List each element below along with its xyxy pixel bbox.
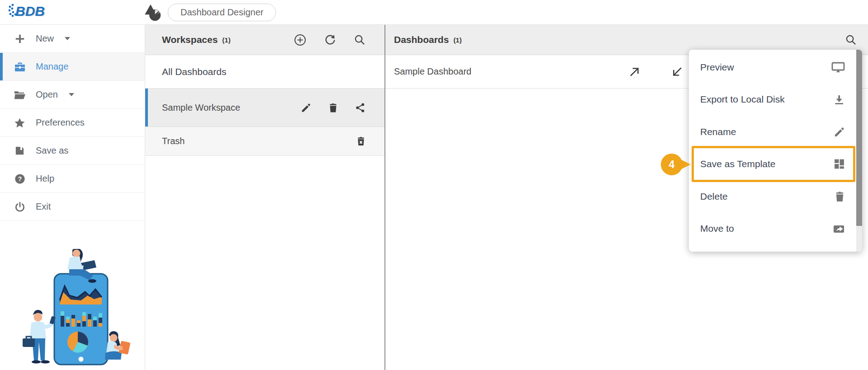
menu-item-export-to-local-disk[interactable]: Export to Local Disk xyxy=(689,84,862,116)
plus-icon xyxy=(14,33,26,45)
menu-item-preview[interactable]: Preview xyxy=(689,51,862,84)
briefcase-icon xyxy=(14,61,26,73)
sidebar-item-label: Save as xyxy=(36,145,68,156)
sidebar-item-exit[interactable]: Exit xyxy=(0,193,145,221)
pencil-icon xyxy=(834,126,845,137)
search-icon[interactable] xyxy=(354,34,365,46)
workspace-row-label: Trash xyxy=(162,136,185,146)
sidebar-item-label: Exit xyxy=(36,201,51,212)
sidebar-item-help[interactable]: ? Help xyxy=(0,165,145,193)
empty-trash-icon[interactable] xyxy=(356,136,365,146)
bdb-logo-icon: BDB BDB xyxy=(7,2,58,20)
add-workspace-button[interactable] xyxy=(294,34,306,46)
sidebar-item-preferences[interactable]: Preferences xyxy=(0,109,145,137)
menu-item-label: Save as Template xyxy=(700,159,776,169)
refresh-button[interactable] xyxy=(324,34,336,46)
monitor-icon xyxy=(831,61,845,73)
chevron-down-icon xyxy=(69,93,74,96)
menu-item-delete[interactable]: Delete xyxy=(689,180,862,213)
template-grid-icon xyxy=(834,159,845,170)
analytics-illustration xyxy=(10,249,131,369)
sidebar-item-new[interactable]: New xyxy=(0,25,145,53)
svg-text:BDB: BDB xyxy=(15,4,45,19)
menu-item-label: Move to xyxy=(700,223,734,234)
workspace-row-all-dashboards[interactable]: All Dashboards xyxy=(145,55,384,89)
workspace-row-sample-workspace[interactable]: Sample Workspace xyxy=(145,89,384,127)
edit-icon[interactable] xyxy=(301,103,311,113)
folder-open-icon xyxy=(14,89,26,101)
svg-text:?: ? xyxy=(18,175,21,183)
workspace-row-label: Sample Workspace xyxy=(162,103,240,113)
sidebar-item-label: Manage xyxy=(36,61,68,72)
dashboards-count: (1) xyxy=(453,36,461,44)
help-icon: ? xyxy=(14,173,26,185)
workspace-row-label: All Dashboards xyxy=(162,66,226,77)
dashboard-row-label: Sample Dashboard xyxy=(394,66,471,77)
share-icon[interactable] xyxy=(355,103,365,113)
menu-scrollbar-thumb[interactable] xyxy=(856,50,862,226)
step-4-badge: 4 xyxy=(661,154,693,175)
sidebar-item-label: New xyxy=(36,33,54,44)
sidebar: New Manage Open xyxy=(0,25,145,370)
workspace-row-trash[interactable]: Trash xyxy=(145,127,384,156)
star-icon xyxy=(14,117,26,129)
menu-item-label: Preview xyxy=(700,62,734,73)
bdb-logo[interactable]: BDB BDB xyxy=(7,2,58,22)
open-in-new-tab-icon[interactable] xyxy=(629,66,640,80)
sidebar-item-label: Preferences xyxy=(36,117,85,128)
sidebar-item-manage[interactable]: Manage xyxy=(0,53,145,81)
move-to-icon xyxy=(833,223,845,234)
module-title-pill: Dashboard Designer xyxy=(168,4,276,21)
dashboard-context-menu: Preview Export to Local Disk Rename Save xyxy=(689,50,862,252)
search-icon[interactable] xyxy=(845,34,857,46)
sidebar-item-label: Open xyxy=(36,89,58,100)
workspaces-panel: Workspaces (1) xyxy=(145,25,385,370)
dashboard-designer-icon xyxy=(143,3,162,22)
workspaces-header: Workspaces (1) xyxy=(145,25,384,55)
chevron-down-icon xyxy=(65,37,70,40)
delete-icon[interactable] xyxy=(328,103,338,113)
menu-scrollbar[interactable] xyxy=(856,50,862,252)
workspaces-count: (1) xyxy=(222,36,230,44)
top-header: BDB BDB Dashboard Designer xyxy=(0,0,868,25)
menu-item-rename[interactable]: Rename xyxy=(689,116,862,148)
sidebar-item-label: Help xyxy=(36,173,54,184)
trash-icon xyxy=(835,191,845,202)
save-icon xyxy=(14,145,26,157)
open-here-icon[interactable] xyxy=(671,66,683,80)
menu-item-label: Delete xyxy=(700,191,728,202)
sidebar-item-save-as[interactable]: Save as xyxy=(0,137,145,165)
dashboards-title: Dashboards xyxy=(394,34,449,45)
workspaces-title: Workspaces xyxy=(162,34,218,45)
menu-item-move-to[interactable]: Move to xyxy=(689,213,862,245)
menu-item-label: Export to Local Disk xyxy=(700,94,785,105)
badge-number: 4 xyxy=(661,154,683,175)
menu-item-save-as-template[interactable]: Save as Template xyxy=(689,148,862,181)
menu-item-label: Rename xyxy=(700,126,736,137)
download-icon xyxy=(833,94,845,105)
sidebar-item-open[interactable]: Open xyxy=(0,81,145,109)
power-icon xyxy=(14,201,26,213)
